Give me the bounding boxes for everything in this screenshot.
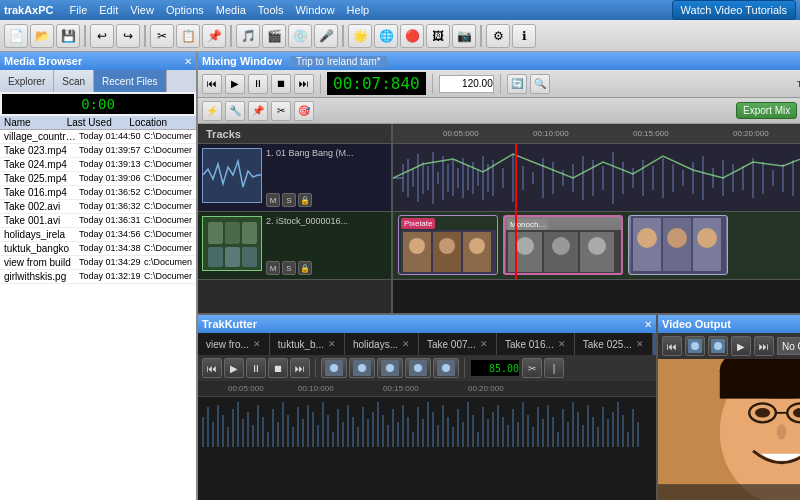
- vo-btn-2[interactable]: [685, 336, 705, 356]
- track-1-timeline[interactable]: [393, 144, 800, 212]
- tk-thumb5[interactable]: [433, 358, 459, 378]
- rewind-btn[interactable]: ⏮: [202, 74, 222, 94]
- mixing-tab[interactable]: Trip to Ireland tam*: [290, 56, 387, 67]
- tk-tab-tuktuk[interactable]: tuktuk_b... ✕: [270, 333, 345, 355]
- stop-btn[interactable]: ⏹: [271, 74, 291, 94]
- export-mix-button[interactable]: Export Mix: [736, 102, 797, 119]
- vo-output-select[interactable]: No Output: [777, 337, 800, 355]
- list-item[interactable]: Take 002.avi Today 01:36:32 C:\Document.…: [0, 200, 196, 214]
- paste-btn[interactable]: 📌: [202, 24, 226, 48]
- save-btn[interactable]: 💾: [56, 24, 80, 48]
- copy-btn[interactable]: 📋: [176, 24, 200, 48]
- list-item[interactable]: girlwithskis.pg Today 01:32:19 C:\Docume…: [0, 270, 196, 284]
- tk-tab-close-2[interactable]: ✕: [328, 339, 336, 349]
- track-1-mute[interactable]: M: [266, 193, 280, 207]
- tk-play[interactable]: ▶: [224, 358, 244, 378]
- tk-tab-take025[interactable]: Take 025... ✕: [575, 333, 653, 355]
- list-item[interactable]: Take 001.avi Today 01:36:31 C:\Document.…: [0, 214, 196, 228]
- list-item[interactable]: view from build Today 01:34:29 c:\Docume…: [0, 256, 196, 270]
- tool-1[interactable]: ⚡: [202, 101, 222, 121]
- menu-edit[interactable]: Edit: [93, 4, 124, 16]
- ffwd-btn[interactable]: ⏭: [294, 74, 314, 94]
- globe-btn[interactable]: 🌐: [374, 24, 398, 48]
- track-1-solo[interactable]: S: [282, 193, 296, 207]
- tab-explorer[interactable]: Explorer: [0, 70, 54, 92]
- tk-thumb4[interactable]: [405, 358, 431, 378]
- speed-input[interactable]: [439, 75, 494, 93]
- tk-tab-close-1[interactable]: ✕: [253, 339, 261, 349]
- list-item[interactable]: village_countryside Today 01:44:50 C:\Do…: [0, 130, 196, 144]
- tab-scan[interactable]: Scan: [54, 70, 94, 92]
- media-browser-close[interactable]: ✕: [184, 56, 192, 67]
- tk-tab-bluesbin[interactable]: Blue SBin... ✕: [653, 333, 656, 355]
- video-clip-3[interactable]: [628, 215, 728, 275]
- lifesaver-btn[interactable]: 🔴: [400, 24, 424, 48]
- pause-btn[interactable]: ⏸: [248, 74, 268, 94]
- tk-tab-close-6[interactable]: ✕: [636, 339, 644, 349]
- tk-tab-holidays[interactable]: holidays... ✕: [345, 333, 419, 355]
- tk-time-input[interactable]: [470, 359, 520, 377]
- list-item[interactable]: Take 024.mp4 Today 01:39:13 C:\Document.…: [0, 158, 196, 172]
- play-btn[interactable]: ▶: [225, 74, 245, 94]
- trakkutter-close[interactable]: ✕: [644, 319, 652, 330]
- vo-btn-5[interactable]: ⏭: [754, 336, 774, 356]
- photo-btn[interactable]: 📷: [452, 24, 476, 48]
- watch-tutorial-button[interactable]: Watch Video Tutorials: [672, 0, 796, 20]
- tk-thumb2[interactable]: [349, 358, 375, 378]
- tool-2[interactable]: 🔧: [225, 101, 245, 121]
- tk-ffwd[interactable]: ⏭: [290, 358, 310, 378]
- effects-btn[interactable]: 🌟: [348, 24, 372, 48]
- mic-btn[interactable]: 🎤: [314, 24, 338, 48]
- settings-btn[interactable]: ⚙: [486, 24, 510, 48]
- tab-recent-files[interactable]: Recent Files: [94, 70, 167, 92]
- open-btn[interactable]: 📂: [30, 24, 54, 48]
- menu-help[interactable]: Help: [341, 4, 376, 16]
- image-btn[interactable]: 🖼: [426, 24, 450, 48]
- list-item[interactable]: tuktuk_bangko Today 01:34:38 C:\Document…: [0, 242, 196, 256]
- tk-marker[interactable]: |: [544, 358, 564, 378]
- tk-tab-take007[interactable]: Take 007... ✕: [419, 333, 497, 355]
- track-2-timeline[interactable]: Pixelate: [393, 212, 800, 280]
- menu-media[interactable]: Media: [210, 4, 252, 16]
- tk-tab-viewfro[interactable]: view fro... ✕: [198, 333, 270, 355]
- list-item[interactable]: holidays_irela Today 01:34:56 C:\Documen…: [0, 228, 196, 242]
- video-clip-2[interactable]: Monoch...: [503, 215, 623, 275]
- vo-btn-1[interactable]: ⏮: [662, 336, 682, 356]
- cut-btn[interactable]: ✂: [150, 24, 174, 48]
- vo-btn-4[interactable]: ▶: [731, 336, 751, 356]
- redo-btn[interactable]: ↪: [116, 24, 140, 48]
- track-2-solo[interactable]: S: [282, 261, 296, 275]
- list-item[interactable]: Take 023.mp4 Today 01:39:57 C:\Document.…: [0, 144, 196, 158]
- video-btn[interactable]: 🎬: [262, 24, 286, 48]
- tk-pause[interactable]: ⏸: [246, 358, 266, 378]
- menu-tools[interactable]: Tools: [252, 4, 290, 16]
- menu-options[interactable]: Options: [160, 4, 210, 16]
- tool-5[interactable]: 🎯: [294, 101, 314, 121]
- tk-rewind[interactable]: ⏮: [202, 358, 222, 378]
- track-2-lock[interactable]: 🔒: [298, 261, 312, 275]
- undo-btn[interactable]: ↩: [90, 24, 114, 48]
- info-btn[interactable]: ℹ: [512, 24, 536, 48]
- new-btn[interactable]: 📄: [4, 24, 28, 48]
- media-btn[interactable]: 🎵: [236, 24, 260, 48]
- tk-tab-take016[interactable]: Take 016... ✕: [497, 333, 575, 355]
- tk-stop[interactable]: ⏹: [268, 358, 288, 378]
- track-1-lock[interactable]: 🔒: [298, 193, 312, 207]
- cd-btn[interactable]: 💿: [288, 24, 312, 48]
- tk-cut-tool[interactable]: ✂: [522, 358, 542, 378]
- menu-file[interactable]: File: [64, 4, 94, 16]
- tk-tab-close-5[interactable]: ✕: [558, 339, 566, 349]
- video-clip-1[interactable]: Pixelate: [398, 215, 498, 275]
- tk-thumb3[interactable]: [377, 358, 403, 378]
- zoom-in-btn[interactable]: 🔍: [530, 74, 550, 94]
- tool-4[interactable]: ✂: [271, 101, 291, 121]
- vo-btn-3[interactable]: [708, 336, 728, 356]
- list-item[interactable]: Take 016.mp4 Today 01:36:52 C:\Document.…: [0, 186, 196, 200]
- track-2-mute[interactable]: M: [266, 261, 280, 275]
- list-item[interactable]: Take 025.mp4 Today 01:39:06 C:\Document.…: [0, 172, 196, 186]
- loop-btn[interactable]: 🔄: [507, 74, 527, 94]
- tk-thumb1[interactable]: [321, 358, 347, 378]
- menu-view[interactable]: View: [124, 4, 160, 16]
- tk-tab-close-3[interactable]: ✕: [402, 339, 410, 349]
- menu-window[interactable]: Window: [289, 4, 340, 16]
